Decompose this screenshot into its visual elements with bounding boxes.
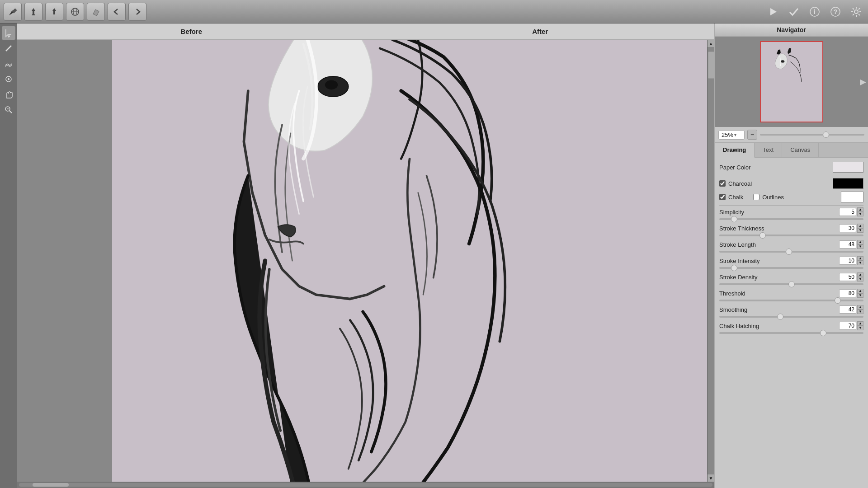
stroke-density-up[interactable]: ▲ — [857, 272, 863, 277]
threshold-input[interactable] — [839, 289, 856, 297]
navigator-expand[interactable]: ▶ — [860, 77, 866, 87]
forward-button[interactable] — [128, 3, 146, 21]
scroll-track[interactable] — [708, 47, 714, 474]
smoothing-input[interactable] — [839, 305, 856, 314]
svg-marker-10 — [770, 8, 777, 15]
sketch-image: KEMEX kemex.one — [112, 40, 707, 482]
threshold-thumb[interactable] — [835, 297, 841, 304]
stroke-thickness-input[interactable] — [839, 224, 856, 232]
help-button[interactable]: ? — [827, 4, 844, 20]
stroke-length-input[interactable] — [839, 240, 856, 249]
scroll-up[interactable]: ▲ — [708, 40, 715, 47]
divider-2 — [719, 205, 863, 206]
chalk-hatching-down[interactable]: ▼ — [857, 326, 863, 330]
stroke-thickness-up[interactable]: ▲ — [857, 224, 863, 228]
threshold-slider[interactable] — [719, 300, 863, 301]
stroke-density-slider[interactable] — [719, 283, 863, 285]
simplicity-up[interactable]: ▲ — [857, 207, 863, 212]
simplicity-down[interactable]: ▼ — [857, 212, 863, 216]
stroke-intensity-input[interactable] — [839, 257, 856, 265]
stroke-density-value-box: ▲ ▼ — [839, 272, 863, 282]
smudge-tool[interactable] — [2, 57, 15, 70]
charcoal-label: Charcoal — [728, 180, 752, 187]
stroke-intensity-up[interactable]: ▲ — [857, 256, 863, 261]
chalk-hatching-thumb[interactable] — [820, 330, 826, 336]
zoom-value: 25% — [722, 131, 733, 138]
stroke-thickness-down[interactable]: ▼ — [857, 228, 863, 233]
navigator-title: Navigator — [715, 23, 868, 37]
navigator-thumbnail[interactable] — [760, 41, 823, 122]
play-button[interactable] — [765, 4, 781, 20]
chalk-hatching-slider[interactable] — [719, 332, 863, 334]
svg-line-24 — [6, 46, 11, 51]
chalk-checkbox[interactable] — [719, 194, 726, 200]
simplicity-slider[interactable] — [719, 218, 863, 220]
stroke-intensity-thumb[interactable] — [731, 265, 737, 271]
brush-tool[interactable] — [4, 3, 22, 21]
stroke-density-thumb[interactable] — [788, 281, 795, 287]
stroke-intensity-slider[interactable] — [719, 267, 863, 269]
scroll-down[interactable]: ▼ — [708, 474, 715, 482]
tab-canvas[interactable]: Canvas — [782, 143, 819, 157]
zoom-dropdown-arrow[interactable]: ▾ — [734, 132, 736, 137]
stroke-intensity-value-box: ▲ ▼ — [839, 256, 863, 265]
svg-line-22 — [859, 8, 860, 9]
bottom-scrollbar[interactable] — [17, 482, 714, 488]
stroke-length-down[interactable]: ▼ — [857, 244, 863, 249]
charcoal-color-swatch[interactable] — [833, 178, 863, 189]
back-button[interactable] — [108, 3, 126, 21]
threshold-up[interactable]: ▲ — [857, 289, 863, 293]
apply-button[interactable] — [786, 4, 802, 20]
simplicity-input[interactable] — [839, 208, 856, 216]
smoothing-slider[interactable] — [719, 316, 863, 318]
chalk-color-swatch[interactable] — [841, 192, 863, 202]
pen-tool[interactable] — [2, 42, 15, 55]
move-up-tool[interactable] — [24, 3, 42, 21]
settings-button[interactable] — [848, 4, 864, 20]
paper-color-swatch[interactable] — [833, 162, 863, 173]
scroll-thumb[interactable] — [708, 52, 714, 79]
stroke-thickness-row: Stroke Thickness ▲ ▼ — [719, 224, 863, 236]
stroke-density-row: Stroke Density ▲ ▼ — [719, 272, 863, 285]
canvas-scrollbar[interactable]: ▲ ▼ — [707, 40, 714, 482]
stroke-length-slider[interactable] — [719, 251, 863, 253]
fill-tool[interactable] — [2, 72, 15, 86]
charcoal-checkbox[interactable] — [719, 180, 726, 187]
info-button[interactable]: i — [807, 4, 823, 20]
outlines-checkbox[interactable] — [753, 194, 760, 200]
stroke-length-thumb[interactable] — [786, 249, 792, 255]
hand-tool[interactable] — [2, 88, 15, 101]
stroke-intensity-down[interactable]: ▼ — [857, 261, 863, 265]
stroke-length-up[interactable]: ▲ — [857, 240, 863, 244]
stroke-thickness-slider[interactable] — [719, 235, 863, 236]
h-scroll-thumb[interactable] — [33, 483, 69, 487]
zoom-slider-thumb[interactable] — [823, 131, 829, 138]
threshold-down[interactable]: ▼ — [857, 293, 863, 298]
panel-tabs: Drawing Text Canvas — [715, 143, 868, 158]
stamp-tool[interactable] — [45, 3, 63, 21]
eraser-tool[interactable] — [87, 3, 105, 21]
chalk-hatching-input[interactable] — [839, 322, 856, 330]
globe-tool[interactable] — [66, 3, 84, 21]
tab-text[interactable]: Text — [755, 143, 782, 157]
chalk-hatching-up[interactable]: ▲ — [857, 321, 863, 326]
zoom-slider[interactable] — [760, 134, 864, 136]
canvas-viewport[interactable]: KEMEX kemex.one ▲ ▼ — [17, 40, 714, 482]
stroke-length-value-box: ▲ ▼ — [839, 240, 863, 249]
smoothing-up[interactable]: ▲ — [857, 305, 863, 310]
h-scroll-track[interactable] — [19, 483, 712, 487]
simplicity-label: Simplicity — [719, 209, 744, 216]
zoom-tool-palette[interactable] — [2, 103, 15, 117]
stroke-density-input[interactable] — [839, 273, 856, 281]
zoom-display[interactable]: 25% ▾ — [718, 130, 745, 140]
stroke-thickness-thumb[interactable] — [760, 232, 766, 239]
tab-drawing[interactable]: Drawing — [715, 143, 755, 158]
smoothing-down[interactable]: ▼ — [857, 310, 863, 314]
zoom-minus-button[interactable]: − — [747, 130, 757, 140]
smoothing-thumb[interactable] — [777, 314, 783, 320]
svg-line-23 — [853, 14, 854, 15]
simplicity-thumb[interactable] — [731, 216, 737, 222]
select-tool[interactable] — [2, 26, 15, 40]
svg-rect-30 — [112, 40, 707, 482]
stroke-density-down[interactable]: ▼ — [857, 277, 863, 282]
